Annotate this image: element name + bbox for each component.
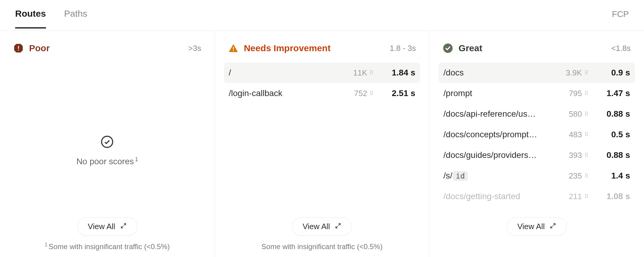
drag-dots-icon: ⠿	[584, 69, 588, 76]
drag-dots-icon: ⠿	[370, 69, 373, 76]
score-columns: Poor >3s No poor scores1 View All 1Some …	[0, 31, 644, 257]
svg-point-5	[443, 43, 453, 53]
route-count: 752	[354, 89, 367, 98]
route-path: /docs/api-reference/us…	[443, 109, 569, 119]
column-poor: Poor >3s No poor scores1 View All 1Some …	[0, 31, 215, 257]
footnote: Some with insignificant traffic (<0.5%)	[224, 239, 420, 251]
route-path-prefix: /s/	[443, 171, 452, 180]
route-row[interactable]: /docs/api-reference/us… 580 ⠿ 0.88 s	[439, 104, 635, 124]
route-count: 3.9K	[566, 68, 582, 78]
route-time: 1.84 s	[382, 68, 415, 78]
route-path: /prompt	[443, 88, 569, 98]
route-time: 0.88 s	[597, 109, 630, 119]
tab-bar: Routes Paths FCP	[0, 0, 644, 31]
svg-rect-4	[233, 50, 234, 51]
check-circle-icon	[100, 135, 114, 150]
route-time: 1.08 s	[597, 192, 630, 201]
view-all-button[interactable]: View All	[292, 217, 352, 236]
route-row[interactable]: /s/id 235 ⠿ 1.4 s	[439, 165, 635, 186]
route-path: /docs/getting-started	[443, 192, 569, 201]
view-all-label: View All	[303, 222, 330, 231]
route-count: 795	[569, 89, 582, 98]
drag-dots-icon: ⠿	[584, 152, 588, 159]
column-header: Great <1.8s	[439, 43, 635, 62]
column-range: >3s	[188, 44, 201, 53]
route-path: /	[229, 68, 353, 78]
triangle-alert-icon	[228, 43, 238, 53]
column-range: 1.8 - 3s	[390, 44, 416, 53]
view-all-label: View All	[517, 222, 545, 231]
drag-dots-icon: ⠿	[584, 111, 588, 117]
route-path: /docs/guides/providers…	[443, 150, 569, 160]
footnote-marker: 1	[45, 242, 48, 247]
drag-dots-icon: ⠿	[584, 131, 588, 138]
tab-routes[interactable]: Routes	[15, 8, 46, 28]
route-time: 1.47 s	[597, 88, 630, 98]
route-list: / 11K ⠿ 1.84 s /login-callback 752 ⠿ 2.5…	[224, 62, 420, 239]
route-row[interactable]: /docs 3.9K ⠿ 0.9 s	[439, 62, 635, 83]
svg-rect-0	[18, 46, 19, 49]
column-title: Great	[458, 43, 482, 53]
expand-icon	[550, 222, 556, 231]
route-row[interactable]: /login-callback 752 ⠿ 2.51 s	[224, 83, 420, 104]
route-count: 235	[569, 171, 582, 181]
route-row[interactable]: /docs/guides/providers… 393 ⠿ 0.88 s	[439, 145, 635, 165]
drag-dots-icon: ⠿	[370, 90, 373, 97]
route-time: 0.5 s	[597, 130, 630, 139]
drag-dots-icon: ⠿	[584, 90, 588, 97]
route-row[interactable]: / 11K ⠿ 1.84 s	[224, 62, 420, 83]
tabs: Routes Paths	[15, 8, 87, 28]
route-time: 0.9 s	[597, 68, 630, 78]
column-great: Great <1.8s /docs 3.9K ⠿ 0.9 s /prompt 7…	[429, 31, 644, 257]
footnote: 1Some with insignificant traffic (<0.5%)	[9, 239, 205, 251]
route-path-param: id	[453, 171, 468, 181]
route-count: 211	[569, 192, 582, 201]
route-count: 393	[569, 151, 582, 160]
footnote-text: Some with insignificant traffic (<0.5%)	[261, 242, 383, 251]
empty-text: No poor scores1	[76, 156, 138, 166]
column-header: Poor >3s	[9, 43, 205, 62]
route-time: 2.51 s	[382, 88, 415, 98]
column-range: <1.8s	[611, 44, 631, 53]
route-time: 1.4 s	[597, 171, 630, 181]
column-header: Needs Improvement 1.8 - 3s	[224, 43, 420, 62]
route-path: /docs/concepts/prompt…	[443, 130, 569, 139]
route-path: /docs	[443, 68, 566, 78]
route-row[interactable]: /docs/concepts/prompt… 483 ⠿ 0.5 s	[439, 124, 635, 145]
empty-label: No poor scores	[76, 157, 134, 166]
column-title: Poor	[29, 43, 50, 53]
metric-selector[interactable]: FCP	[612, 9, 629, 28]
route-row[interactable]: /prompt 795 ⠿ 1.47 s	[439, 83, 635, 104]
route-path: /s/id	[443, 171, 569, 181]
drag-dots-icon: ⠿	[584, 172, 588, 179]
column-needs-improvement: Needs Improvement 1.8 - 3s / 11K ⠿ 1.84 …	[215, 31, 430, 257]
svg-rect-1	[18, 50, 19, 51]
empty-state: No poor scores1	[9, 62, 205, 239]
column-title: Needs Improvement	[244, 43, 331, 53]
view-all-button[interactable]: View All	[77, 217, 137, 236]
view-all-button[interactable]: View All	[507, 217, 567, 236]
svg-rect-3	[233, 47, 234, 50]
footnote-marker: 1	[135, 156, 138, 162]
route-count: 580	[569, 109, 582, 119]
route-time: 0.88 s	[597, 150, 630, 160]
route-count: 11K	[353, 68, 367, 78]
route-row[interactable]: /docs/getting-started 211 ⠿ 1.08 s	[439, 186, 635, 207]
drag-dots-icon: ⠿	[584, 193, 588, 200]
route-count: 483	[569, 130, 582, 139]
check-badge-icon	[443, 43, 453, 53]
octagon-alert-icon	[13, 43, 24, 53]
route-path: /login-callback	[229, 88, 354, 98]
svg-point-2	[102, 136, 113, 147]
expand-icon	[120, 222, 127, 231]
view-all-label: View All	[88, 222, 115, 231]
expand-icon	[335, 222, 341, 231]
footnote-text: Some with insignificant traffic (<0.5%)	[49, 242, 170, 251]
tab-paths[interactable]: Paths	[64, 8, 87, 28]
